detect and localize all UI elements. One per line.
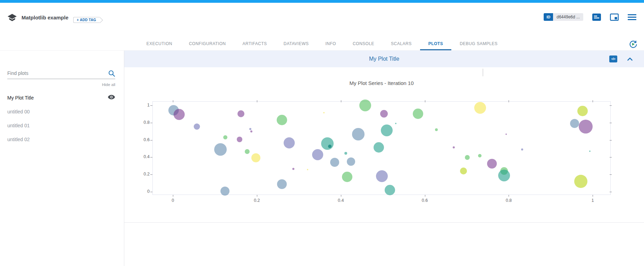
scatter-point bbox=[487, 159, 497, 169]
x-axis-tick bbox=[593, 195, 593, 197]
scatter-plot-card: My Plot Series - Iteration 10 00.20.40.6… bbox=[124, 67, 644, 223]
scatter-point bbox=[342, 172, 352, 182]
tab-debug-samples[interactable]: DEBUG SAMPLES bbox=[451, 38, 506, 50]
search-input[interactable] bbox=[7, 70, 115, 79]
y-axis-tick-label: 0.4 bbox=[125, 154, 150, 159]
scatter-point bbox=[380, 110, 388, 118]
plots-content: My Plot Title </> My Plot Series - Itera… bbox=[124, 51, 644, 266]
y-axis-right-tick bbox=[610, 140, 612, 140]
id-value: d6449e6d ... bbox=[553, 13, 583, 21]
add-tag-button[interactable]: + ADD TAG bbox=[73, 17, 100, 23]
tab-console[interactable]: CONSOLE bbox=[344, 38, 383, 50]
scatter-point bbox=[312, 149, 323, 160]
eye-icon[interactable] bbox=[108, 95, 115, 101]
plot-list-item-label: untitled 00 bbox=[7, 109, 30, 114]
id-badge: ID bbox=[544, 13, 553, 21]
plot-section-header: My Plot Title </> bbox=[124, 51, 644, 67]
id-badge-group[interactable]: ID d6449e6d ... bbox=[544, 13, 583, 21]
y-axis-tick-label: 1 bbox=[125, 103, 150, 108]
scroll-indicator bbox=[483, 69, 483, 76]
plot-list-item-my-plot-title[interactable]: My Plot Title bbox=[7, 91, 115, 105]
scatter-point bbox=[214, 143, 227, 156]
x-axis-top-tick bbox=[425, 100, 425, 102]
y-axis-tick bbox=[150, 157, 152, 157]
y-axis-right-tick bbox=[610, 157, 612, 157]
plot-list-item-label: untitled 02 bbox=[7, 137, 30, 142]
y-axis-right-tick bbox=[610, 174, 612, 175]
scatter-point bbox=[321, 137, 334, 150]
auto-refresh-icon[interactable] bbox=[628, 40, 638, 50]
x-axis-tick-label: 0.4 bbox=[338, 198, 344, 203]
scatter-point bbox=[460, 168, 467, 174]
chevron-up-icon[interactable] bbox=[627, 57, 633, 61]
scatter-point bbox=[174, 109, 185, 120]
scatter-point bbox=[465, 155, 470, 160]
x-axis-tick-label: 0.8 bbox=[506, 198, 512, 203]
tab-configuration[interactable]: CONFIGURATION bbox=[181, 38, 234, 50]
x-axis-tick bbox=[509, 195, 509, 197]
y-axis-tick-label: 0.6 bbox=[125, 137, 150, 142]
tab-execution[interactable]: EXECUTION bbox=[138, 38, 181, 50]
scatter-point bbox=[347, 157, 355, 166]
scatter-point bbox=[498, 170, 510, 181]
y-axis-tick bbox=[150, 105, 152, 106]
x-axis-tick-label: 0.2 bbox=[254, 198, 260, 203]
y-axis-tick-label: 0.8 bbox=[125, 120, 150, 125]
tab-bar: EXECUTIONCONFIGURATIONARTIFACTSDATAVIEWS… bbox=[0, 38, 644, 51]
plot-list: My Plot Titleuntitled 00untitled 01untit… bbox=[7, 91, 115, 146]
scatter-point bbox=[250, 130, 252, 132]
plot-list-item-untitled-00[interactable]: untitled 00 bbox=[7, 105, 115, 119]
scatter-point bbox=[374, 142, 384, 153]
plot-section-title: My Plot Title bbox=[369, 56, 399, 62]
scatter-point bbox=[381, 125, 393, 136]
x-axis-top-tick bbox=[257, 100, 257, 102]
scatter-point bbox=[359, 100, 371, 111]
plot-list-item-label: untitled 01 bbox=[7, 123, 30, 128]
plot-list-item-label: My Plot Title bbox=[7, 95, 34, 101]
x-axis-tick-label: 0 bbox=[172, 198, 174, 203]
x-axis-top-tick bbox=[173, 100, 173, 102]
scatter-point bbox=[453, 146, 455, 148]
scatter-point bbox=[376, 170, 388, 182]
y-axis-tick-label: 0 bbox=[125, 189, 150, 194]
chart-title: My Plot Series - Iteration 10 bbox=[152, 80, 611, 86]
tab-scalars[interactable]: SCALARS bbox=[383, 38, 420, 50]
x-axis-tick bbox=[257, 195, 257, 197]
scatter-point bbox=[220, 187, 229, 196]
search-icon[interactable] bbox=[108, 70, 115, 78]
x-axis-tick bbox=[173, 195, 173, 197]
y-axis-tick-label: 0.2 bbox=[125, 172, 150, 177]
comment-icon[interactable] bbox=[592, 14, 601, 21]
x-axis-top-tick bbox=[509, 100, 509, 102]
x-axis-top-tick bbox=[593, 100, 593, 102]
x-axis-tick-label: 0.6 bbox=[422, 198, 428, 203]
tab-info[interactable]: INFO bbox=[317, 38, 344, 50]
y-axis-tick bbox=[150, 192, 152, 192]
menu-icon[interactable] bbox=[628, 14, 636, 20]
scatter-point bbox=[194, 123, 200, 130]
scatter-point bbox=[223, 135, 227, 139]
code-icon[interactable]: </> bbox=[609, 55, 617, 62]
plot-list-item-untitled-02[interactable]: untitled 02 bbox=[7, 132, 115, 146]
plots-sidebar: Hide all My Plot Titleuntitled 00untitle… bbox=[0, 51, 124, 266]
header: Matplotlib example + ADD TAG ID d6449e6d… bbox=[0, 3, 644, 38]
tab-dataviews[interactable]: DATAVIEWS bbox=[275, 38, 317, 50]
scatter-point bbox=[589, 151, 591, 152]
x-axis-tick-label: 1 bbox=[592, 198, 594, 203]
scatter-point bbox=[330, 158, 339, 167]
plot-list-item-untitled-01[interactable]: untitled 01 bbox=[7, 119, 115, 132]
tab-artifacts[interactable]: ARTIFACTS bbox=[234, 38, 275, 50]
y-axis-right-tick bbox=[610, 192, 612, 192]
y-axis-tick bbox=[150, 174, 152, 175]
hide-all-button[interactable]: Hide all bbox=[0, 83, 115, 87]
tabs: EXECUTIONCONFIGURATIONARTIFACTSDATAVIEWS… bbox=[138, 38, 506, 50]
panel-icon[interactable] bbox=[610, 14, 619, 21]
add-tag-label: + ADD TAG bbox=[77, 18, 96, 22]
y-axis-right-tick bbox=[610, 105, 612, 106]
x-axis-tick bbox=[341, 195, 341, 197]
tab-plots[interactable]: PLOTS bbox=[420, 38, 452, 50]
x-axis-tick bbox=[425, 195, 425, 197]
scatter-point bbox=[245, 149, 250, 154]
scatter-point bbox=[413, 109, 423, 119]
y-axis-tick bbox=[150, 123, 152, 123]
